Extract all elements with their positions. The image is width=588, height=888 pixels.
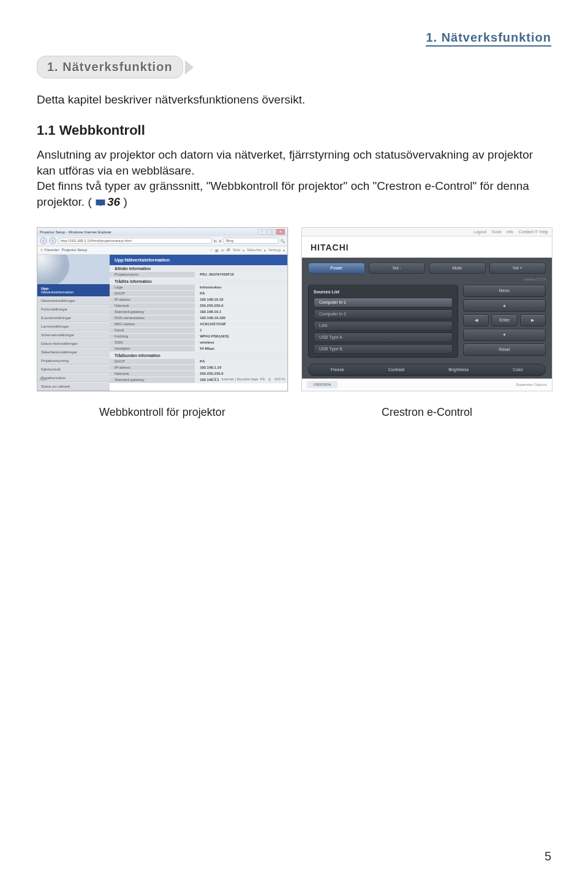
link-contact[interactable]: Contact IT Help	[518, 230, 548, 234]
source-item[interactable]: USB Type B	[314, 344, 453, 354]
brand-logo-text: HITACHI	[311, 243, 349, 252]
source-item[interactable]: Computer in 1	[314, 298, 453, 307]
forward-button[interactable]: ›	[49, 237, 56, 244]
sidebar-item[interactable]: Schemainställningar	[37, 331, 110, 339]
star-icon	[40, 248, 43, 252]
window-title: Projector Setup - Windows Internet Explo…	[40, 230, 111, 234]
crestron-topbar: Logout Tools Info Contact IT Help	[302, 228, 552, 236]
enter-button[interactable]: Enter	[491, 314, 517, 326]
bottom-bar: Freeze Contrast Brightness Color	[308, 364, 546, 376]
row-key: MAC-adress	[110, 321, 195, 327]
table-row: Nätmask255.255.255.0	[110, 371, 287, 377]
row-key: IP-adress	[110, 364, 195, 371]
sidebar: Upp: Nätverksinformation Nätverksinställ…	[37, 255, 110, 375]
row-value: wireless	[195, 339, 287, 345]
favorites-button[interactable]: Favoriter	[40, 248, 59, 252]
table-row: KodningWPA2-PSK(AES)	[110, 333, 287, 339]
print-icon[interactable]: 🖶	[227, 248, 230, 252]
row-value: 192.168.10.100	[195, 315, 287, 321]
vol-down-button[interactable]: Vol -	[369, 263, 426, 274]
sidebar-item[interactable]: Starta om nätverk	[37, 382, 110, 391]
sidebar-item[interactable]: Portinställningar	[37, 305, 110, 314]
link-tools[interactable]: Tools	[491, 230, 501, 234]
down-button[interactable]: ▼	[463, 329, 546, 341]
sidebar-hero-image	[37, 255, 110, 284]
crestron-footer: CRESTRON Expansion Options	[302, 378, 552, 391]
row-key: Nätmask	[110, 303, 195, 309]
crestron-logo: CRESTRON	[307, 381, 337, 388]
row-value: 192.168.1.10	[195, 364, 287, 371]
refresh-icon[interactable]: ↻	[214, 239, 217, 243]
url-field[interactable]: http://192.168.1.10/html/projectorsetup.…	[58, 238, 212, 244]
table-row: DNS-serveradress192.168.10.100	[110, 315, 287, 321]
feed-icon[interactable]: ▦	[215, 248, 219, 252]
row-key: Läge	[110, 285, 195, 291]
power-button[interactable]: Power	[308, 263, 365, 274]
contrast-button[interactable]: Contrast	[388, 367, 404, 372]
sidebar-item[interactable]: Nätverksinställningar	[37, 296, 110, 305]
link-info[interactable]: Info	[507, 230, 514, 234]
sidebar-item-selected[interactable]: Upp: Nätverksinformation	[37, 284, 110, 296]
book-icon	[95, 198, 106, 207]
source-item[interactable]: USB Type A	[314, 333, 453, 342]
toolbar-tools[interactable]: Verktyg	[268, 248, 281, 252]
row-key: DNS-serveradress	[110, 315, 195, 321]
row-value: PÅ	[195, 359, 287, 365]
row-key: Kodning	[110, 333, 195, 339]
search-icon[interactable]: 🔍	[281, 239, 285, 243]
link-logout[interactable]: Logout	[473, 230, 486, 234]
sidebar-item[interactable]: Anslutningstest	[37, 391, 110, 391]
table-row: DHCPPÅ	[110, 359, 287, 365]
color-button[interactable]: Color	[513, 367, 523, 372]
maximize-button[interactable]: ▢	[267, 229, 276, 235]
figure1-caption: Webbkontroll för projektor	[99, 406, 225, 419]
stop-icon[interactable]: ✕	[219, 239, 222, 243]
sidebar-item[interactable]: Projektorstyrning	[37, 356, 110, 365]
mute-button[interactable]: Mute	[429, 263, 486, 274]
home-icon[interactable]: ⌂	[210, 248, 213, 252]
sidebar-item[interactable]: Datum-/tidinställningar	[37, 339, 110, 348]
back-button[interactable]: ‹	[40, 237, 47, 244]
row-value: 192.168.10.10	[195, 296, 287, 303]
section-wireless: Trådlös information	[110, 278, 287, 285]
sidebar-item[interactable]: Fjärrkontroll	[37, 365, 110, 374]
tab-label: Projector Setup	[62, 248, 87, 252]
left-button[interactable]: ◀	[463, 314, 489, 326]
status-left: Klar	[40, 377, 47, 381]
window-titlebar: Projector Setup - Windows Internet Explo…	[37, 228, 287, 236]
table-row: Kanal1	[110, 327, 287, 333]
up-button[interactable]: ▲	[463, 299, 546, 312]
source-item[interactable]: LAN	[314, 321, 453, 331]
tab-projector-setup[interactable]: Projector Setup	[62, 248, 87, 252]
sidebar-item[interactable]: Säkerhetsinställningar	[37, 348, 110, 356]
running-header-text: 1. Nätverksfunktion	[426, 31, 551, 47]
row-value: WPA2-PSK(AES)	[195, 333, 287, 339]
vol-up-button[interactable]: Vol +	[489, 263, 546, 274]
source-item[interactable]: Computer in 2	[314, 309, 453, 319]
brightness-button[interactable]: Brightness	[448, 367, 469, 372]
toolbar-page[interactable]: Sida	[233, 248, 240, 252]
main-panel: Upp:Nätverksinformation Allmän informati…	[110, 255, 287, 375]
minimize-button[interactable]: –	[258, 229, 266, 235]
freeze-button[interactable]: Freeze	[331, 367, 344, 372]
table-row: LägeInfrastruktur	[110, 285, 287, 291]
search-field[interactable]: Bing	[224, 238, 279, 244]
chapter-intro: Detta kapitel beskriver nätverksfunktion…	[37, 93, 551, 107]
sidebar-item[interactable]: E-postinställningar	[37, 314, 110, 322]
right-button[interactable]: ▶	[520, 314, 546, 326]
main-panel-title: Upp:Nätverksinformation	[110, 255, 287, 265]
section-general: Allmän information	[110, 265, 287, 272]
row-key: DHCP	[110, 359, 195, 365]
sidebar-item[interactable]: Larminställningar	[37, 322, 110, 331]
reset-button[interactable]: Reset	[463, 344, 546, 356]
mail-icon[interactable]: ✉	[221, 248, 224, 252]
chapter-badge-text: 1. Nätverksfunktion	[37, 56, 183, 78]
close-button[interactable]: ✕	[276, 229, 285, 235]
sidebar-item[interactable]: Projektorstatus	[37, 374, 110, 382]
row-key: Standard-gateway	[110, 309, 195, 315]
toolbar-safety[interactable]: Säkerhet	[247, 248, 262, 252]
expansion-options[interactable]: Expansion Options	[516, 383, 547, 386]
menu-button[interactable]: Menu	[463, 285, 546, 297]
row-value: Infrastruktur	[195, 285, 287, 291]
status-zoom: 100 %	[274, 377, 285, 381]
